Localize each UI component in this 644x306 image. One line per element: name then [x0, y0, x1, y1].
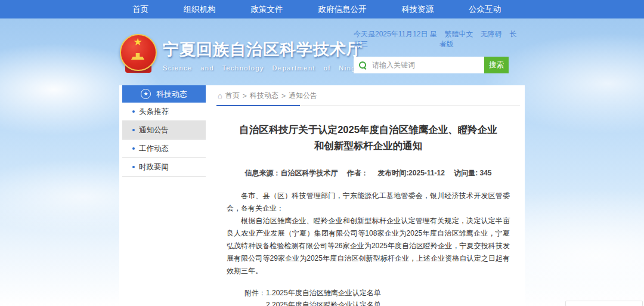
article-title-line1: 自治区科技厅关于认定2025年度自治区雏鹰企业、瞪羚企业 — [224, 122, 513, 138]
breadcrumb-separator: > — [243, 92, 247, 100]
star-icon: ★ — [119, 37, 156, 47]
nav-item-gov-info-disclosure[interactable]: 政府信息公开 — [318, 4, 366, 15]
nav-item-public-interaction[interactable]: 公众互动 — [469, 4, 501, 15]
article-title: 自治区科技厅关于认定2025年度自治区雏鹰企业、瞪羚企业 和创新型标杆企业的通知 — [224, 122, 513, 154]
nav-item-policy-documents[interactable]: 政策文件 — [251, 4, 283, 15]
article-paragraph: 各市、县（区）科技管理部门，宁东能源化工基地管委会，银川经济技术开发区管委会，各… — [227, 190, 510, 215]
breadcrumb-home[interactable]: 首页 — [225, 91, 240, 101]
header-right: 今天是2025年11月12日 星期三 繁體中文 无障碍 长者版 搜索 — [354, 29, 519, 73]
article-title-line2: 和创新型标杆企业的通知 — [224, 138, 513, 154]
bullet-dot-icon — [132, 110, 135, 113]
quick-links: 繁體中文 无障碍 长者版 — [439, 29, 519, 50]
attachment-link-gazelle-list[interactable]: 2.2025年度自治区瞪羚企业认定名单 — [266, 299, 402, 306]
sidebar-item-label: 头条推荐 — [139, 107, 169, 117]
link-accessibility[interactable]: 无障碍 — [481, 30, 502, 38]
attachments-section: 附件： 1.2025年度自治区雏鹰企业认定名单 2.2025年度自治区瞪羚企业认… — [244, 288, 525, 306]
site-logo-brand[interactable]: ★ 宁夏回族自治区科学技术厅 Science and Technology De… — [119, 33, 367, 75]
sidebar-item-label: 工作动态 — [139, 144, 169, 154]
sidebar: 科技动态 头条推荐 通知公告 工作动态 时政要闻 — [122, 85, 206, 177]
search-icon — [359, 61, 367, 69]
attachments-list: 1.2025年度自治区雏鹰企业认定名单 2.2025年度自治区瞪羚企业认定名单 … — [266, 288, 402, 306]
breadcrumb-divider — [216, 105, 520, 106]
national-emblem-logo: ★ — [119, 33, 157, 75]
search-box — [354, 57, 484, 73]
site-subtitle-english: Science and Technology Department of Nin… — [163, 64, 367, 72]
home-icon: ⌂ — [218, 92, 222, 100]
sidebar-item-headline-recommend[interactable]: 头条推荐 — [122, 103, 206, 121]
brand-text: 宁夏回族自治区科学技术厅 Science and Technology Depa… — [163, 33, 367, 72]
breadcrumb: ⌂ 首页 > 科技动态 > 通知公告 — [212, 85, 525, 101]
search-button[interactable]: 搜索 — [484, 57, 509, 73]
sidebar-item-notices[interactable]: 通知公告 — [122, 121, 206, 140]
top-nav-items: 首页 组织机构 政策文件 政府信息公开 科技资源 公众互动 — [132, 0, 501, 18]
star-circle-icon — [141, 89, 151, 99]
bullet-dot-icon — [132, 166, 135, 168]
attachments-label: 附件： — [244, 288, 266, 306]
breadcrumb-divider-accent — [216, 105, 300, 106]
sidebar-item-label: 通知公告 — [139, 125, 169, 135]
article-body: 各市、县（区）科技管理部门，宁东能源化工基地管委会，银川经济技术开发区管委会，各… — [227, 190, 510, 277]
top-nav: 首页 组织机构 政策文件 政府信息公开 科技资源 公众互动 — [0, 0, 644, 18]
article-panel: ⌂ 首页 > 科技动态 > 通知公告 自治区科技厅关于认定2025年度自治区雏鹰… — [212, 85, 525, 306]
sidebar-header-tech-news[interactable]: 科技动态 — [122, 85, 206, 103]
search-bar: 搜索 — [354, 57, 509, 73]
attachment-link-eagle-list[interactable]: 1.2025年度自治区雏鹰企业认定名单 — [266, 288, 402, 299]
corner-widget — [565, 301, 643, 306]
article-meta: 信息来源：自治区科学技术厅 作者： 发布时间:2025-11-12 访问量: 3… — [212, 168, 525, 178]
breadcrumb-tech-news[interactable]: 科技动态 — [250, 91, 278, 101]
current-date: 今天是2025年11月12日 星期三 — [354, 29, 439, 50]
meta-source: 信息来源：自治区科学技术厅 — [244, 169, 338, 177]
site-title: 宁夏回族自治区科学技术厅 — [163, 39, 367, 60]
link-traditional-chinese[interactable]: 繁體中文 — [444, 30, 473, 38]
sidebar-title: 科技动态 — [156, 89, 187, 100]
content-wrapper: 科技动态 头条推荐 通知公告 工作动态 时政要闻 ⌂ 首页 — [119, 85, 525, 306]
sidebar-item-label: 时政要闻 — [139, 162, 169, 172]
meta-visit-count: 访问量: 345 — [454, 169, 491, 177]
sidebar-item-work-dynamics[interactable]: 工作动态 — [122, 140, 206, 158]
sidebar-item-current-politics[interactable]: 时政要闻 — [122, 158, 206, 177]
nav-item-tech-resources[interactable]: 科技资源 — [401, 4, 434, 15]
bullet-dot-icon — [132, 147, 135, 150]
date-row: 今天是2025年11月12日 星期三 繁體中文 无障碍 长者版 — [354, 29, 519, 50]
breadcrumb-notices[interactable]: 通知公告 — [289, 91, 317, 101]
meta-publish-date: 发布时间:2025-11-12 — [377, 169, 445, 177]
article-paragraph: 根据自治区雏鹰企业、瞪羚企业和创新型标杆企业认定管理有关规定，决定认定半亩良人农… — [227, 215, 510, 277]
nav-item-organization[interactable]: 组织机构 — [184, 4, 216, 15]
page: 首页 组织机构 政策文件 政府信息公开 科技资源 公众互动 ★ 宁夏回族自治区科… — [0, 0, 644, 306]
meta-author: 作者： — [347, 169, 369, 177]
nav-item-home[interactable]: 首页 — [132, 4, 148, 15]
breadcrumb-separator: > — [281, 92, 286, 100]
bullet-dot-icon — [132, 129, 135, 131]
search-input[interactable] — [371, 60, 475, 70]
